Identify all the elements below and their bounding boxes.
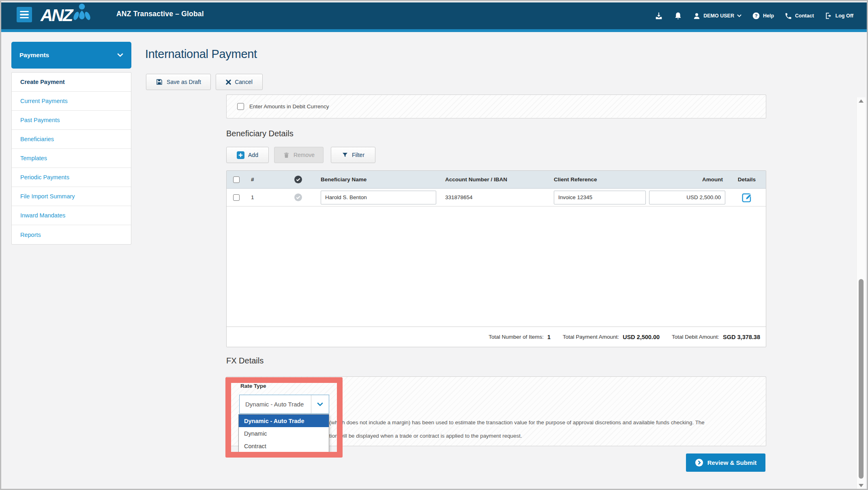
review-submit-button[interactable]: Review & Submit <box>686 453 765 472</box>
cancel-button[interactable]: Cancel <box>216 74 263 90</box>
fx-indicative-rate-note: (which does not include a margin) has be… <box>329 416 763 443</box>
column-account-iban: Account Number / IBAN <box>445 171 507 188</box>
logout-icon <box>825 12 833 20</box>
account-number-value: 331878654 <box>445 189 473 206</box>
chevron-down-icon <box>311 395 329 413</box>
phone-icon <box>784 12 792 20</box>
contact-button[interactable]: Contact <box>784 12 814 20</box>
user-name: DEMO USER <box>703 13 734 19</box>
column-number: # <box>251 171 254 188</box>
remove-label: Remove <box>294 152 315 158</box>
fx-note-line2: tion will be displayed when a trade or c… <box>329 429 763 443</box>
row-number: 1 <box>251 189 254 206</box>
sidebar-item-periodic-payments[interactable]: Periodic Payments <box>12 168 131 187</box>
sidebar-item-file-import-summary[interactable]: File Import Summary <box>12 187 131 206</box>
save-as-draft-label: Save as Draft <box>167 79 201 85</box>
help-icon: ? <box>752 12 760 20</box>
sidebar-item-current-payments[interactable]: Current Payments <box>12 92 131 111</box>
filter-label: Filter <box>352 152 364 158</box>
sidebar-item-inward-mandates[interactable]: Inward Mandates <box>12 206 131 225</box>
help-label: Help <box>763 13 774 19</box>
header-actions: DEMO USER ? Help Contact Log Off <box>654 2 853 29</box>
app-title: ANZ Transactive – Global <box>116 10 204 18</box>
anz-logo-text: ANZ <box>41 4 72 27</box>
total-debit-value: SGD 3,378.38 <box>723 334 760 340</box>
sidebar-section-label: Payments <box>19 52 49 59</box>
bell-icon <box>674 12 682 20</box>
client-reference-input[interactable] <box>554 191 646 204</box>
vertical-scrollbar[interactable] <box>856 97 866 489</box>
scrollbar-thumb[interactable] <box>859 279 864 479</box>
anz-logo: ANZ <box>41 4 91 27</box>
logoff-button[interactable]: Log Off <box>825 12 853 20</box>
option-dynamic-auto-trade[interactable]: Dynamic - Auto Trade <box>239 415 329 427</box>
column-amount: Amount <box>702 171 723 188</box>
arrow-circle-icon <box>695 458 703 467</box>
table-totals-footer: Total Number of Items: 1 Total Payment A… <box>227 327 766 347</box>
chevron-down-icon <box>737 14 742 17</box>
help-button[interactable]: ? Help <box>752 12 774 20</box>
user-icon <box>693 12 701 20</box>
svg-text:?: ? <box>754 13 757 18</box>
rate-type-select[interactable]: Dynamic - Auto Trade <box>239 395 329 414</box>
total-items-value: 1 <box>547 334 551 340</box>
debit-currency-label: Enter Amounts in Debit Currency <box>249 103 329 110</box>
trash-icon <box>283 152 290 159</box>
filter-icon <box>342 152 348 158</box>
sidebar-item-templates[interactable]: Templates <box>12 149 131 168</box>
scroll-down-arrow[interactable] <box>859 484 864 487</box>
review-submit-label: Review & Submit <box>707 459 757 466</box>
table-row: 1 331878654 <box>227 189 766 206</box>
option-contract[interactable]: Contract <box>239 440 329 452</box>
table-header-row: # Beneficiary Name Account Number / IBAN… <box>227 171 766 189</box>
close-icon <box>226 80 231 85</box>
total-payment-value: USD 2,500.00 <box>623 334 660 340</box>
column-details: Details <box>733 171 761 188</box>
save-as-draft-button[interactable]: Save as Draft <box>146 74 211 90</box>
fx-details-title: FX Details <box>226 356 264 365</box>
beneficiary-table: # Beneficiary Name Account Number / IBAN… <box>226 170 766 347</box>
download-icon <box>654 11 663 20</box>
notifications-button[interactable] <box>674 12 682 20</box>
chevron-down-icon <box>117 52 123 59</box>
plus-icon <box>237 151 244 159</box>
debit-currency-checkbox[interactable] <box>237 103 244 110</box>
row-checkbox[interactable] <box>233 194 240 201</box>
edit-details-button[interactable] <box>733 189 761 206</box>
contact-label: Contact <box>795 13 814 19</box>
sidebar-menu: Create Payment Current Payments Past Pay… <box>11 72 131 245</box>
cancel-label: Cancel <box>235 79 253 85</box>
rate-type-selected-value: Dynamic - Auto Trade <box>240 401 311 408</box>
filter-button[interactable]: Filter <box>331 147 375 163</box>
fx-note-line1: (which does not include a margin) has be… <box>329 416 763 429</box>
sidebar-item-reports[interactable]: Reports <box>12 225 131 244</box>
add-label: Add <box>248 152 258 158</box>
option-dynamic[interactable]: Dynamic <box>239 427 329 440</box>
page-title: International Payment <box>145 47 257 61</box>
edit-icon <box>741 191 753 203</box>
amount-input[interactable] <box>649 191 725 204</box>
menu-hamburger-button[interactable] <box>17 7 32 22</box>
header-accent-stripe <box>1 29 867 32</box>
logoff-label: Log Off <box>836 13 853 19</box>
column-beneficiary-name: Beneficiary Name <box>321 171 366 188</box>
scroll-up-arrow[interactable] <box>859 99 864 103</box>
debit-currency-panel: Enter Amounts in Debit Currency <box>226 95 766 118</box>
sidebar-item-past-payments[interactable]: Past Payments <box>12 111 131 130</box>
user-menu[interactable]: DEMO USER <box>693 12 742 20</box>
sidebar-payments-header[interactable]: Payments <box>11 42 131 69</box>
beneficiary-details-title: Beneficiary Details <box>226 129 294 138</box>
download-button[interactable] <box>654 11 663 20</box>
anz-lotus-icon <box>73 3 91 27</box>
add-beneficiary-button[interactable]: Add <box>226 147 269 163</box>
rate-type-dropdown-list: Dynamic - Auto Trade Dynamic Contract <box>238 414 329 453</box>
remove-beneficiary-button[interactable]: Remove <box>274 147 324 163</box>
total-payment-label: Total Payment Amount: <box>563 334 619 340</box>
sidebar-item-beneficiaries[interactable]: Beneficiaries <box>12 130 131 149</box>
save-icon <box>156 78 163 86</box>
select-all-checkbox[interactable] <box>233 176 240 183</box>
beneficiary-name-input[interactable] <box>321 191 436 204</box>
sidebar-item-create-payment[interactable]: Create Payment <box>12 73 131 92</box>
rate-type-label: Rate Type <box>240 383 266 389</box>
row-validated-icon <box>294 189 306 206</box>
